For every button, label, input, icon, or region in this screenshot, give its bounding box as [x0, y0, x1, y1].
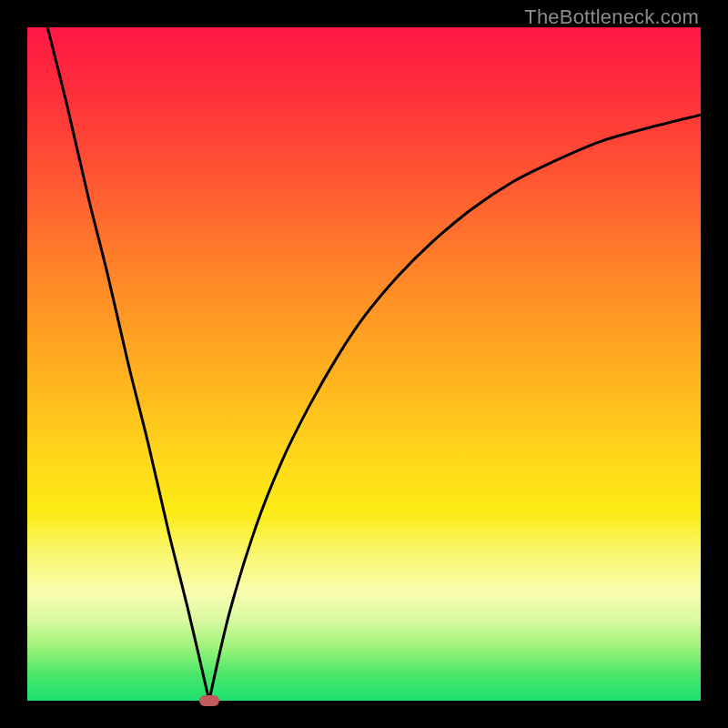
curve-right-branch	[209, 115, 701, 701]
curve-svg	[27, 27, 701, 701]
curve-left-branch	[47, 27, 209, 701]
watermark-text: TheBottleneck.com	[524, 5, 699, 29]
minimum-marker	[199, 695, 219, 706]
plot-area	[27, 27, 701, 701]
